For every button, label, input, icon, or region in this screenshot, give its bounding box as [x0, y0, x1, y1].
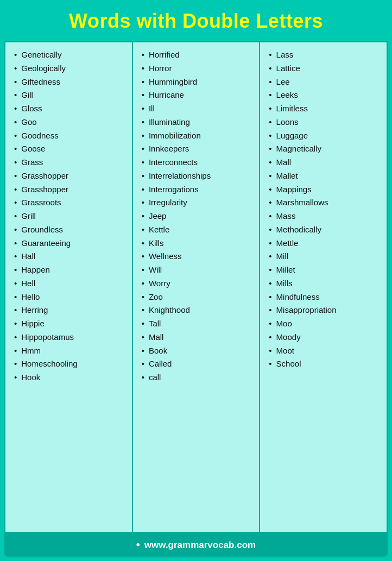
- list-item: Mall: [269, 156, 382, 168]
- word-text: Giftedness: [21, 76, 60, 88]
- list-item: Hall: [14, 250, 128, 262]
- word-text: Moo: [276, 318, 292, 330]
- word-text: Happen: [21, 264, 50, 276]
- word-text: Mindfulness: [276, 291, 320, 303]
- list-item: Mill: [269, 250, 382, 262]
- word-text: Moot: [276, 345, 294, 357]
- word-list-3: LassLatticeLeeLeeksLimitlessLoonsLuggage…: [269, 49, 382, 370]
- word-text: Lee: [276, 76, 290, 88]
- word-text: Gill: [21, 89, 33, 101]
- word-text: Jeep: [149, 210, 167, 222]
- word-text: Hall: [21, 250, 35, 262]
- word-text: Interconnects: [149, 156, 198, 168]
- list-item: Interrogations: [142, 184, 255, 196]
- word-text: Tall: [149, 318, 161, 330]
- list-item: Horror: [142, 62, 255, 74]
- word-text: Mettle: [276, 237, 299, 249]
- list-item: Misappropriation: [269, 304, 382, 316]
- list-item: Hell: [14, 278, 128, 289]
- list-item: Mills: [269, 278, 382, 289]
- word-text: Kettle: [149, 224, 169, 236]
- list-item: Will: [142, 264, 255, 276]
- list-item: Gill: [14, 89, 128, 101]
- word-text: Misappropriation: [276, 304, 337, 316]
- list-item: Herring: [14, 304, 128, 316]
- list-item: Goose: [14, 143, 128, 155]
- list-item: Gloss: [14, 103, 128, 115]
- word-text: Illuminating: [149, 116, 190, 128]
- word-text: Marshmallows: [276, 197, 328, 209]
- list-item: Luggage: [269, 130, 382, 142]
- word-text: Hippie: [21, 318, 45, 330]
- word-text: Mall: [149, 331, 164, 343]
- list-item: Mallet: [269, 170, 382, 182]
- word-text: Mill: [276, 250, 289, 262]
- word-text: Methodically: [276, 224, 321, 236]
- list-item: Jeep: [142, 210, 255, 222]
- list-item: Ill: [142, 103, 255, 115]
- word-text: Hell: [21, 278, 35, 289]
- list-item: Zoo: [142, 291, 255, 303]
- list-item: Magnetically: [269, 143, 382, 155]
- list-item: Hmm: [14, 345, 128, 357]
- list-item: Called: [142, 358, 255, 370]
- word-text: Hippopotamus: [21, 331, 74, 343]
- footer-bullet: •: [136, 539, 140, 551]
- footer: • www.grammarvocab.com: [4, 533, 388, 557]
- word-text: Mappings: [276, 184, 312, 196]
- list-item: Millet: [269, 264, 382, 276]
- list-item: Hello: [14, 291, 128, 303]
- word-text: Interrelationships: [149, 170, 211, 182]
- list-item: Grassroots: [14, 197, 128, 209]
- list-item: Grasshopper: [14, 184, 128, 196]
- word-text: Herring: [21, 304, 48, 316]
- list-item: Mass: [269, 210, 382, 222]
- list-item: Irregularity: [142, 197, 255, 209]
- word-text: School: [276, 358, 301, 370]
- list-item: Knighthood: [142, 304, 255, 316]
- word-text: Book: [149, 345, 167, 357]
- list-item: Moot: [269, 345, 382, 357]
- list-item: Marshmallows: [269, 197, 382, 209]
- list-item: Methodically: [269, 224, 382, 236]
- list-item: Goodness: [14, 130, 128, 142]
- content-area: GeneticallyGeologicallyGiftednessGillGlo…: [4, 41, 388, 533]
- column-2: HorrifiedHorrorHummingbirdHurricaneIllIl…: [133, 42, 261, 532]
- list-item: Moo: [269, 318, 382, 330]
- word-text: Horrified: [149, 49, 180, 61]
- list-item: Goo: [14, 116, 128, 128]
- word-text: Lattice: [276, 62, 300, 74]
- word-text: Guaranteeing: [21, 237, 71, 249]
- word-text: Will: [149, 264, 162, 276]
- list-item: Hippie: [14, 318, 128, 330]
- list-item: Geologically: [14, 62, 128, 74]
- word-text: Irregularity: [149, 197, 187, 209]
- word-text: Called: [149, 358, 172, 370]
- list-item: Limitless: [269, 103, 382, 115]
- list-item: Mappings: [269, 184, 382, 196]
- list-item: Genetically: [14, 49, 128, 61]
- word-text: Genetically: [21, 49, 61, 61]
- list-item: Hummingbird: [142, 76, 255, 88]
- list-item: Grass: [14, 156, 128, 168]
- word-text: Wellness: [149, 250, 182, 262]
- word-text: Hello: [21, 291, 40, 303]
- list-item: Tall: [142, 318, 255, 330]
- word-text: Luggage: [276, 130, 308, 142]
- page-header: Words with Double Letters: [0, 0, 392, 41]
- word-text: Grasshopper: [21, 170, 68, 182]
- list-item: Groundless: [14, 224, 128, 236]
- list-item: Innkeepers: [142, 143, 255, 155]
- list-item: Hook: [14, 371, 128, 383]
- word-text: Goose: [21, 143, 45, 155]
- list-item: Wellness: [142, 250, 255, 262]
- word-text: Groundless: [21, 224, 63, 236]
- list-item: Lass: [269, 49, 382, 61]
- word-text: Hmm: [21, 345, 41, 357]
- list-item: Immobilization: [142, 130, 255, 142]
- word-text: Lass: [276, 49, 294, 61]
- list-item: Book: [142, 345, 255, 357]
- word-text: Hurricane: [149, 89, 184, 101]
- word-text: Grill: [21, 210, 36, 222]
- word-text: Goo: [21, 116, 36, 128]
